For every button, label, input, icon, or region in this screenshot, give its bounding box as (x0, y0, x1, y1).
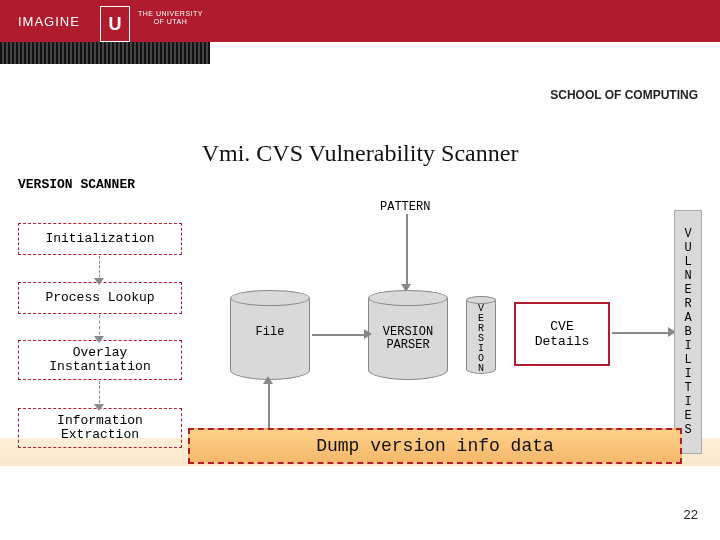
step-initialization: Initialization (18, 223, 182, 255)
imagine-wordmark: IMAGINE (18, 14, 80, 29)
university-label: THE UNIVERSITY OF UTAH (138, 10, 203, 26)
page-number: 22 (684, 507, 698, 522)
step-process-lookup: Process Lookup (18, 282, 182, 314)
vulnerabilities-label: V U L N E R A B I L I T I E S (684, 227, 691, 437)
cylinder-file-label: File (230, 326, 310, 339)
cylinder-parser-label: VERSION PARSER (368, 326, 448, 352)
header: IMAGINE U THE UNIVERSITY OF UTAH (0, 0, 720, 70)
utah-logo-icon: U (100, 6, 130, 42)
pattern-label: PATTERN (380, 200, 430, 214)
arrowhead-icon (263, 376, 273, 384)
arrow-banner-to-file (268, 382, 270, 428)
dept-label: SCHOOL OF COMPUTING (550, 88, 698, 102)
arrow-cve-to-vuln (612, 332, 670, 334)
cylinder-parser-icon: VERSION PARSER (368, 290, 448, 380)
arrowhead-icon (94, 278, 104, 285)
step-information-extraction: Information Extraction (18, 408, 182, 448)
stripe-pattern (0, 42, 210, 64)
cylinder-version-label: V E R S I O N (466, 304, 496, 374)
step-overlay-instantiation: Overlay Instantiation (18, 340, 182, 380)
cylinder-version-icon: V E R S I O N (466, 296, 496, 374)
cylinder-file-icon: File (230, 290, 310, 380)
vulnerabilities-column: V U L N E R A B I L I T I E S (674, 210, 702, 454)
section-label: VERSION SCANNER (18, 177, 135, 192)
page-title: Vmi. CVS Vulnerability Scanner (0, 140, 720, 167)
arrowhead-icon (94, 404, 104, 411)
red-band: IMAGINE U THE UNIVERSITY OF UTAH (0, 0, 720, 42)
arrow-file-to-parser (312, 334, 366, 336)
dump-banner: Dump version info data (188, 428, 682, 464)
arrow-pattern-down (406, 214, 408, 286)
cve-details-box: CVE Details (514, 302, 610, 366)
arrowhead-icon (94, 336, 104, 343)
arrowhead-icon (364, 329, 372, 339)
